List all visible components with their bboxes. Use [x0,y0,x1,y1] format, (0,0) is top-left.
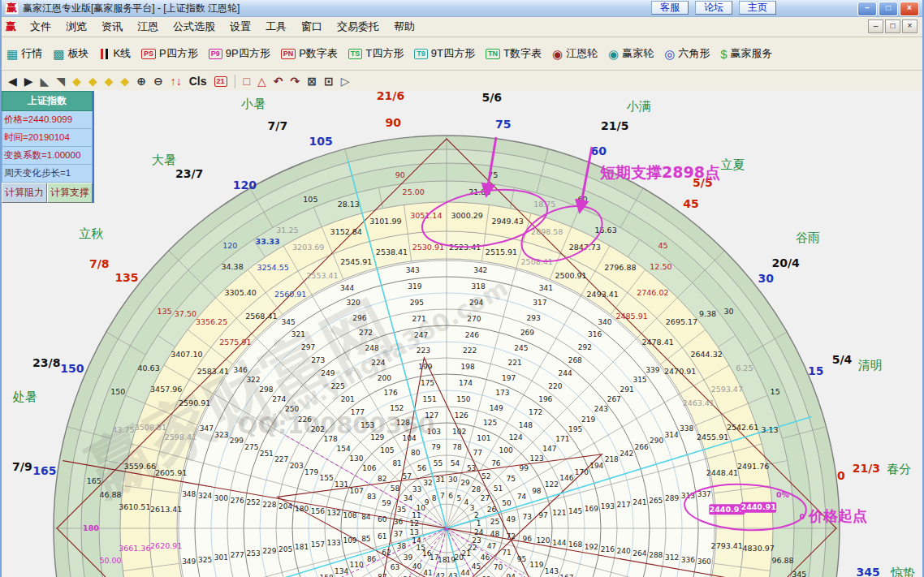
drawtool-grid-box[interactable]: ⊠ [307,75,317,88]
toolbar-button-hexagon[interactable]: ◎六角形 [664,46,710,61]
drawtool-zoom-in[interactable]: ⊕ [136,75,146,88]
svg-text:247: 247 [414,331,428,339]
toolbar-button-t-number-table[interactable]: TNT数字表 [486,46,542,61]
calc-support-button[interactable]: 计算支撑 [47,183,93,203]
drawtool-cls[interactable]: Cls [189,75,207,88]
toolbar-button-kline[interactable]: K线 [99,46,131,61]
svg-text:60: 60 [591,144,607,157]
minimize-button[interactable]: – [857,2,877,16]
toolbar-label-9t-square: 9T四方形 [431,46,475,61]
titlebar-link-0[interactable]: 客服 [651,1,689,15]
menu-item-0[interactable]: 文件 [23,18,58,36]
menu-item-1[interactable]: 浏览 [58,18,94,36]
svg-text:49: 49 [507,515,516,523]
toolbar-button-9t-square[interactable]: T99T四方形 [414,46,475,61]
drawtool-square-tool[interactable]: □ [244,75,250,88]
drawtool-next-arrow[interactable]: ▶ [24,75,33,88]
drawtool-updown[interactable]: ↑↓ [171,75,182,88]
toolbar-button-winner-service[interactable]: $赢家服务 [720,46,772,61]
svg-text:296: 296 [352,314,366,322]
window-title: 赢家江恩专业版[赢家服务平台] - [上证指数 江恩轮] [23,2,240,15]
svg-text:3661.36: 3661.36 [119,544,150,553]
svg-text:269: 269 [520,329,534,337]
toolbar-button-p-square[interactable]: PSP四方形 [141,46,198,61]
svg-text:80: 80 [411,449,421,457]
svg-text:34: 34 [404,494,413,502]
toolbar-button-blocks[interactable]: ▩板块 [53,46,89,61]
menu-item-6[interactable]: 工具 [258,18,294,36]
drawtool-prev-arrow[interactable]: ◀ [8,75,17,88]
svg-text:342: 342 [473,266,487,274]
menu-item-9[interactable]: 帮助 [386,18,422,36]
svg-text:9.38: 9.38 [699,309,716,318]
close-button[interactable]: × [900,2,919,16]
drawtool-pan-up[interactable]: ◆ [105,75,114,88]
svg-text:3203.69: 3203.69 [292,243,324,252]
svg-text:2949.43: 2949.43 [491,217,523,226]
toolbar-button-p-number-table[interactable]: PNP数字表 [281,46,338,61]
menu-item-2[interactable]: 资讯 [94,18,130,36]
toolbar-button-gann-wheel[interactable]: ◉江恩轮 [552,46,598,61]
svg-text:70: 70 [494,563,503,571]
menu-item-7[interactable]: 窗口 [294,18,330,36]
toolbar-label-quotes: 行情 [21,46,42,61]
svg-text:126: 126 [455,411,468,420]
toolbar-button-t-square[interactable]: TST四方形 [348,46,404,61]
drawtool-fit-box[interactable]: ⊡ [324,75,334,88]
svg-text:55: 55 [434,459,443,467]
drawtool-calendar[interactable]: 21 [214,76,227,87]
svg-text:40: 40 [412,562,422,571]
svg-text:147: 147 [542,445,556,453]
svg-text:小暑: 小暑 [240,97,266,111]
svg-text:34.38: 34.38 [221,262,243,271]
maximize-button[interactable]: □ [879,2,898,16]
svg-text:98: 98 [532,487,542,495]
svg-text:63: 63 [391,563,399,571]
calc-resistance-button[interactable]: 计算阻力 [2,183,47,203]
toolbar-button-winner-wheel[interactable]: ◉赢家轮 [608,46,654,61]
svg-text:40.63: 40.63 [138,364,160,372]
menu-item-3[interactable]: 江恩 [130,18,166,36]
svg-text:222: 222 [463,347,477,355]
mdi-minimize-button[interactable]: – [868,19,883,33]
svg-text:101: 101 [477,434,490,442]
svg-text:344: 344 [340,284,354,292]
titlebar-link-2[interactable]: 主页 [739,1,776,15]
drawtool-triangle-tool[interactable]: △ [257,75,266,88]
menu-item-4[interactable]: 公式选股 [166,18,222,36]
svg-text:176: 176 [384,389,398,397]
titlebar-link-1[interactable]: 论坛 [695,1,732,15]
svg-text:345: 345 [282,318,296,326]
toolbar-button-quotes[interactable]: ▦行情 [6,46,42,61]
toolbar-button-9p-square[interactable]: P99P四方形 [209,46,270,61]
svg-text:3: 3 [470,504,475,512]
drawtool-rotate-cw[interactable]: ↷ [291,75,300,88]
drawtool-tri-up[interactable]: ◣ [41,75,50,88]
drawtool-rotate-ccw[interactable]: ↶ [274,75,283,88]
drawtool-pan-down[interactable]: ◆ [120,75,129,88]
svg-text:336: 336 [681,556,695,564]
menu-item-5[interactable]: 设置 [222,18,258,36]
svg-text:8: 8 [432,494,437,502]
menu-item-8[interactable]: 交易委托 [330,18,386,36]
svg-text:7/7: 7/7 [268,119,288,132]
drawtool-tri-down[interactable]: ◥ [56,75,65,88]
svg-text:5/4: 5/4 [832,353,853,366]
svg-text:46.88: 46.88 [99,490,121,499]
drawtool-pan-left[interactable]: ◆ [72,75,81,88]
svg-text:300: 300 [214,494,228,502]
toolbar-label-hexagon: 六角形 [678,46,710,61]
svg-text:179: 179 [304,468,318,476]
mdi-close-button[interactable]: × [902,19,918,33]
mdi-restore-button[interactable]: □ [885,19,900,33]
svg-text:立夏: 立夏 [720,157,745,172]
drawtool-pan-right[interactable]: ◆ [89,75,97,88]
toolbar-label-t-square: T四方形 [365,46,404,61]
drawtool-pointer[interactable]: ▷ [341,75,350,88]
svg-text:大暑: 大暑 [152,153,176,167]
svg-text:2644.32: 2644.32 [690,350,722,359]
drawtool-zoom-out[interactable]: ⊖ [153,75,163,88]
svg-text:347: 347 [200,424,214,433]
svg-text:76: 76 [491,459,501,467]
svg-text:346: 346 [234,366,248,374]
